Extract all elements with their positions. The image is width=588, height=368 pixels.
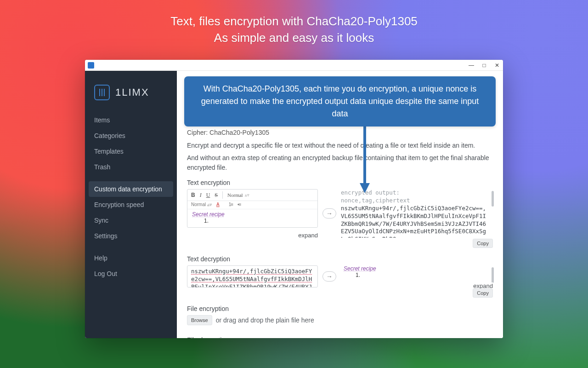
brand-icon xyxy=(94,85,110,100)
bold-button[interactable]: B xyxy=(191,192,195,198)
callout-arrow-icon xyxy=(360,124,370,193)
content-scroll[interactable]: Cipher: ChaCha20-Poly1305 Encrypt and de… xyxy=(177,126,503,338)
decrypted-output-pane: Secret recipe 1. expand Copy xyxy=(341,265,493,288)
brand: 1LIMX xyxy=(85,81,177,112)
encrypt-run-button[interactable]: → xyxy=(322,208,336,218)
sidebar-item-templates[interactable]: Templates xyxy=(85,144,177,159)
svg-marker-1 xyxy=(360,183,370,193)
editor-toolbar-2: Normal ▵▿ A 1≡ •≡ xyxy=(187,201,317,209)
section-title-text-decryption: Text decryption xyxy=(187,255,493,263)
sidebar-item-categories[interactable]: Categories xyxy=(85,128,177,144)
size-select[interactable]: Normal ▵▿ xyxy=(191,202,212,207)
window-maximize-button[interactable]: □ xyxy=(481,62,487,69)
heading-select[interactable]: Normal ▵▿ xyxy=(227,192,249,198)
strike-button[interactable]: S xyxy=(215,192,218,199)
browse-button[interactable]: Browse xyxy=(187,315,212,325)
font-color-icon[interactable]: A xyxy=(216,202,220,207)
chevron-updown-icon: ▵▿ xyxy=(207,202,212,207)
sidebar-item-trash[interactable]: Trash xyxy=(85,159,177,175)
description-line2: And without an extra step of creating an… xyxy=(187,153,493,172)
text-encryption-editor[interactable]: B I U S Normal ▵▿ xyxy=(187,189,318,228)
sidebar-item-logout[interactable]: Log Out xyxy=(85,266,177,282)
editor-content-title[interactable]: Secret recipe xyxy=(192,211,313,218)
nav-group-3: Help Log Out xyxy=(85,250,177,282)
decrypted-output-title: Secret recipe xyxy=(341,265,488,272)
sidebar-item-settings[interactable]: Settings xyxy=(85,228,177,244)
decrypted-output-list: 1. xyxy=(341,272,488,278)
scrollbar[interactable] xyxy=(491,189,494,238)
window-close-button[interactable]: ✕ xyxy=(494,62,500,69)
section-text-decryption: Text decryption nszwtuKRngu+94r/,fjlcGbZ… xyxy=(187,255,493,299)
sidebar-item-custom-data-encryption[interactable]: Custom data encryption xyxy=(89,181,173,197)
copy-button[interactable]: Copy xyxy=(473,288,493,298)
sidebar: 1LIMX Items Categories Templates Trash C… xyxy=(85,71,177,338)
hero-line2: As simple and easy as it looks xyxy=(0,29,588,46)
sidebar-item-encryption-speed[interactable]: Encryption speed xyxy=(85,197,177,213)
editor-toolbar: B I U S Normal ▵▿ xyxy=(187,190,317,201)
ordered-list-icon[interactable]: 1≡ xyxy=(229,202,233,207)
window-minimize-button[interactable]: — xyxy=(468,62,475,69)
section-title-text-encryption: Text encryption xyxy=(187,179,493,186)
chevron-updown-icon: ▵▿ xyxy=(245,193,249,197)
info-callout: With ChaCha20-Poly1305, each time you do… xyxy=(184,76,496,126)
sidebar-item-help[interactable]: Help xyxy=(85,250,177,266)
app-window: — □ ✕ 1LIMX Items Categories Templates T… xyxy=(85,60,503,338)
description-line1: Encrypt and decrypt a specific file or t… xyxy=(187,141,493,150)
section-text-encryption: Text encryption B I U S xyxy=(187,179,493,249)
italic-button[interactable]: I xyxy=(200,192,202,199)
description: Encrypt and decrypt a specific file or t… xyxy=(187,141,493,172)
drag-hint-plain: or drag and drop the plain file here xyxy=(216,316,314,324)
sidebar-item-sync[interactable]: Sync xyxy=(85,213,177,228)
sidebar-item-items[interactable]: Items xyxy=(85,112,177,128)
underline-button[interactable]: U xyxy=(206,192,210,199)
window-titlebar[interactable]: — □ ✕ xyxy=(85,60,503,71)
section-file-decryption: File decryption Browse or drag and drop … xyxy=(187,336,493,338)
section-title-file-encryption: File encryption xyxy=(187,305,493,312)
section-file-encryption: File encryption Browse or drag and drop … xyxy=(187,305,493,330)
encrypted-output-pane: encrypted output: nonce,tag,ciphertext n… xyxy=(341,189,493,238)
encrypted-output-text[interactable]: nszwtuKRngu+94r/,fjlcGbZiC5iQ3aoeFYe2cw=… xyxy=(341,205,488,238)
copy-button[interactable]: Copy xyxy=(473,239,493,248)
section-title-file-decryption: File decryption xyxy=(187,336,493,338)
app-icon xyxy=(88,62,94,69)
expand-button[interactable]: expand xyxy=(295,232,318,239)
nav-group-2: Custom data encryption Encryption speed … xyxy=(85,181,177,244)
editor-content-list[interactable]: 1. xyxy=(192,218,313,224)
brand-name: 1LIMX xyxy=(115,86,149,98)
hero-text: Text, files encryption with ChaCha20-Pol… xyxy=(0,13,588,46)
decryption-input-text[interactable]: nszwtuKRngu+94r/,fjlcGbZiC5iQ3aoeFYe2cw=… xyxy=(187,266,317,287)
main-pane: With ChaCha20-Poly1305, each time you do… xyxy=(177,71,503,338)
unordered-list-icon[interactable]: •≡ xyxy=(237,202,241,207)
text-decryption-input[interactable]: nszwtuKRngu+94r/,fjlcGbZiC5iQ3aoeFYe2cw=… xyxy=(187,265,318,288)
nav-group-1: Items Categories Templates Trash xyxy=(85,112,177,175)
decrypt-run-button[interactable]: → xyxy=(322,271,336,282)
cipher-label: Cipher: ChaCha20-Poly1305 xyxy=(187,126,493,141)
hero-line1: Text, files encryption with ChaCha20-Pol… xyxy=(0,13,588,29)
